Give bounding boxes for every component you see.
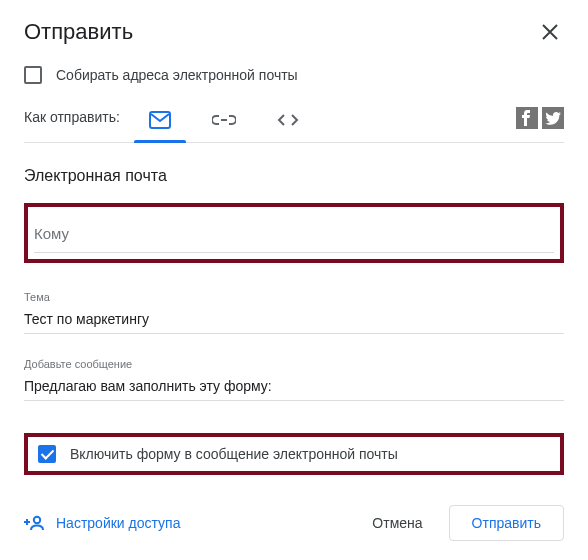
include-form-label: Включить форму в сообщение электронной п… xyxy=(70,446,398,462)
sharing-settings-label: Настройки доступа xyxy=(56,515,180,531)
send-dialog: Отправить Собирать адреса электронной по… xyxy=(0,0,588,560)
link-icon xyxy=(212,114,236,126)
include-form-checkbox[interactable] xyxy=(38,445,56,463)
svg-point-1 xyxy=(34,517,40,523)
subject-input[interactable] xyxy=(24,305,564,334)
subject-label: Тема xyxy=(24,291,564,303)
tab-embed[interactable] xyxy=(272,102,304,142)
collect-emails-label: Собирать адреса электронной почты xyxy=(56,67,298,83)
cancel-button[interactable]: Отмена xyxy=(350,506,444,540)
close-icon xyxy=(542,24,558,40)
collect-emails-checkbox[interactable] xyxy=(24,66,42,84)
dialog-footer: Настройки доступа Отмена Отправить xyxy=(24,485,564,548)
person-add-icon xyxy=(24,515,46,531)
to-input[interactable] xyxy=(34,209,554,253)
embed-icon xyxy=(277,113,299,127)
to-field-block xyxy=(24,203,564,263)
send-method-row: Как отправить: xyxy=(24,102,564,143)
include-form-block: Включить форму в сообщение электронной п… xyxy=(24,433,564,475)
email-section-title: Электронная почта xyxy=(24,167,564,185)
send-button[interactable]: Отправить xyxy=(449,505,564,541)
subject-field-block: Тема xyxy=(24,291,564,334)
send-method-tabs xyxy=(144,102,516,142)
email-icon xyxy=(149,111,171,129)
collect-emails-row: Собирать адреса электронной почты xyxy=(24,56,564,102)
send-method-label: Как отправить: xyxy=(24,109,120,135)
share-twitter-button[interactable] xyxy=(542,107,564,129)
social-share xyxy=(516,107,564,137)
facebook-icon xyxy=(522,110,532,126)
dialog-header: Отправить xyxy=(0,0,588,56)
share-facebook-button[interactable] xyxy=(516,107,538,129)
twitter-icon xyxy=(545,112,561,125)
dialog-title: Отправить xyxy=(24,19,133,45)
close-button[interactable] xyxy=(536,18,564,46)
sharing-settings-button[interactable]: Настройки доступа xyxy=(24,515,180,531)
message-input[interactable] xyxy=(24,372,564,401)
dialog-body: Собирать адреса электронной почты Как от… xyxy=(0,56,588,548)
message-field-block: Добавьте сообщение xyxy=(24,358,564,401)
tab-link[interactable] xyxy=(208,102,240,142)
message-label: Добавьте сообщение xyxy=(24,358,564,370)
tab-email[interactable] xyxy=(144,102,176,142)
